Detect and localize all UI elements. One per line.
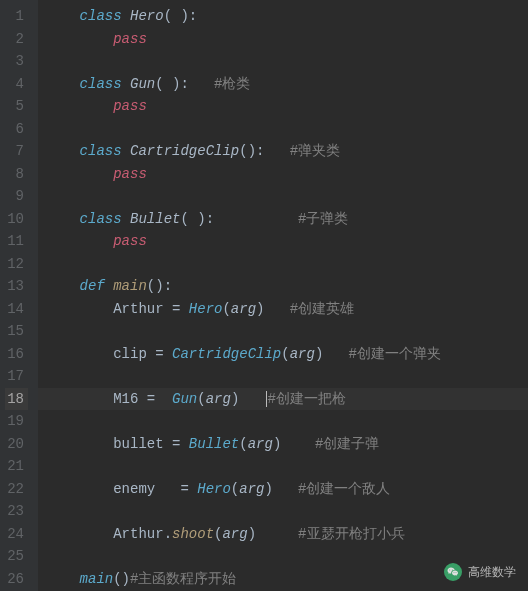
code-token: ) [248, 526, 298, 542]
code-token: Bullet [130, 211, 180, 227]
line-number: 14 [5, 298, 28, 321]
code-token: ( [239, 436, 247, 452]
code-token: = [155, 346, 172, 362]
code-line[interactable]: class Hero( ): [46, 5, 528, 28]
code-token: Gun [130, 76, 155, 92]
code-line[interactable]: bullet = Bullet(arg) #创建子弹 [46, 433, 528, 456]
code-token: ) [273, 436, 315, 452]
code-line[interactable] [46, 500, 528, 523]
code-token: Hero [189, 301, 223, 317]
code-token: Bullet [189, 436, 239, 452]
line-number-gutter: 1234567891011121314151617181920212223242… [0, 0, 38, 591]
code-token: (): [147, 278, 172, 294]
line-number: 12 [5, 253, 28, 276]
code-token: bullet [113, 436, 172, 452]
code-token: Hero [130, 8, 164, 24]
line-number: 15 [5, 320, 28, 343]
code-token: Arthur [113, 301, 172, 317]
line-number: 5 [5, 95, 28, 118]
code-token: #枪类 [214, 76, 250, 92]
code-line[interactable] [46, 253, 528, 276]
line-number: 2 [5, 28, 28, 51]
code-token: CartridgeClip [172, 346, 281, 362]
code-token: class [80, 8, 130, 24]
code-token: #子弹类 [298, 211, 348, 227]
code-line[interactable]: class Gun( ): #枪类 [46, 73, 528, 96]
code-editor[interactable]: 1234567891011121314151617181920212223242… [0, 0, 528, 591]
code-line[interactable]: pass [46, 95, 528, 118]
code-token: #创建一把枪 [268, 391, 346, 407]
code-token [80, 436, 114, 452]
text-cursor [266, 391, 267, 407]
line-number: 22 [5, 478, 28, 501]
code-token: enemy [113, 481, 172, 497]
code-line[interactable]: pass [46, 28, 528, 51]
line-number: 25 [5, 545, 28, 568]
code-line[interactable]: pass [46, 230, 528, 253]
code-line[interactable]: Arthur = Hero(arg) #创建英雄 [46, 298, 528, 321]
code-line[interactable]: M16 = Gun(arg) #创建一把枪 [46, 388, 528, 411]
code-token [80, 391, 114, 407]
code-line[interactable] [46, 320, 528, 343]
code-token: pass [113, 233, 147, 249]
code-token: Arthur [113, 526, 163, 542]
code-line[interactable]: def main(): [46, 275, 528, 298]
code-token: ( ): [164, 8, 198, 24]
code-line[interactable]: class CartridgeClip(): #弹夹类 [46, 140, 528, 163]
code-line[interactable] [46, 365, 528, 388]
line-number: 3 [5, 50, 28, 73]
code-line[interactable]: class Bullet( ): #子弹类 [46, 208, 528, 231]
line-number: 13 [5, 275, 28, 298]
code-line[interactable]: pass [46, 163, 528, 186]
code-token: ) [231, 391, 265, 407]
code-token: (): [239, 143, 289, 159]
code-token: ) [256, 301, 290, 317]
code-token: pass [113, 98, 147, 114]
code-line[interactable] [46, 50, 528, 73]
line-number: 11 [5, 230, 28, 253]
code-line[interactable]: Arthur.shoot(arg) #亚瑟开枪打小兵 [46, 523, 528, 546]
code-token: ( [197, 391, 205, 407]
code-token: M16 [113, 391, 147, 407]
line-number: 24 [5, 523, 28, 546]
line-number: 7 [5, 140, 28, 163]
code-token: = [172, 481, 197, 497]
line-number: 10 [5, 208, 28, 231]
code-line[interactable] [46, 118, 528, 141]
code-token [80, 31, 114, 47]
code-token [80, 481, 114, 497]
line-number: 21 [5, 455, 28, 478]
code-token: ) [315, 346, 349, 362]
watermark: 高维数学 [444, 561, 516, 584]
code-token: ( [281, 346, 289, 362]
code-line[interactable]: clip = CartridgeClip(arg) #创建一个弹夹 [46, 343, 528, 366]
code-line[interactable] [46, 410, 528, 433]
code-token: ) [264, 481, 298, 497]
code-line[interactable]: enemy = Hero(arg) #创建一个敌人 [46, 478, 528, 501]
code-token: ( ): [180, 211, 298, 227]
line-number: 20 [5, 433, 28, 456]
code-token: #创建子弹 [315, 436, 379, 452]
code-token: #主函数程序开始 [130, 571, 236, 587]
line-number: 23 [5, 500, 28, 523]
code-token: = [147, 391, 172, 407]
code-token [80, 233, 114, 249]
code-token: arg [239, 481, 264, 497]
code-token: = [172, 301, 189, 317]
code-token [80, 98, 114, 114]
code-token [80, 301, 114, 317]
code-token: pass [113, 166, 147, 182]
code-line[interactable] [46, 455, 528, 478]
code-token: arg [206, 391, 231, 407]
code-token: def [80, 278, 114, 294]
line-number: 9 [5, 185, 28, 208]
code-area[interactable]: class Hero( ): pass class Gun( ): #枪类 pa… [38, 0, 528, 591]
code-token: arg [231, 301, 256, 317]
code-token: #弹夹类 [290, 143, 340, 159]
code-token: ( [231, 481, 239, 497]
code-token: CartridgeClip [130, 143, 239, 159]
code-token: ( ): [155, 76, 214, 92]
code-line[interactable] [46, 185, 528, 208]
line-number: 17 [5, 365, 28, 388]
code-token: arg [248, 436, 273, 452]
